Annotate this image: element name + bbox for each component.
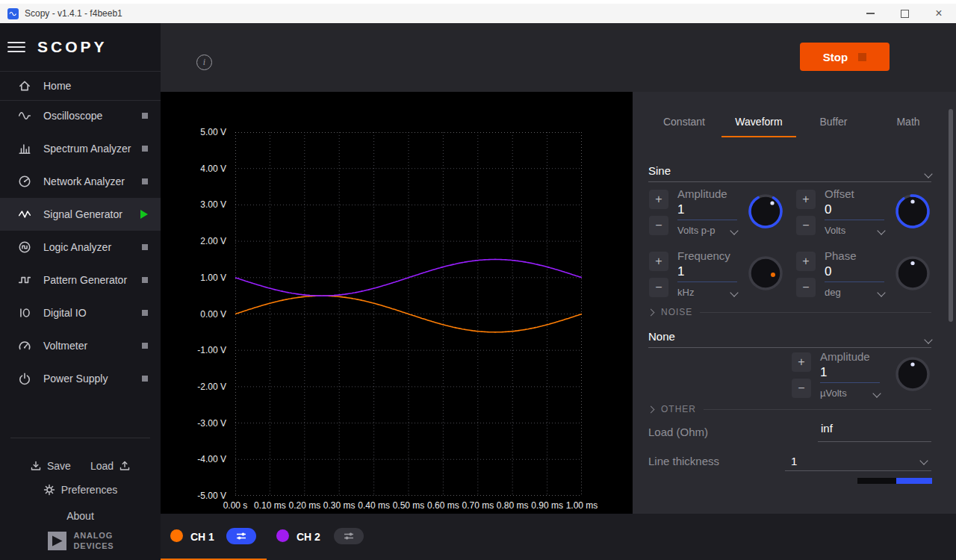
sidebar-item-power-supply[interactable]: Power Supply	[0, 362, 161, 395]
sidebar-item-oscilloscope[interactable]: Oscilloscope	[0, 99, 161, 132]
offset-unit-select[interactable]: Volts	[825, 225, 884, 236]
window-title: Scopy - v1.4.1 - f4beeb1	[25, 8, 122, 19]
offset-value[interactable]: 0	[825, 202, 884, 220]
amplitude-knob[interactable]	[746, 192, 785, 231]
ch1-settings-toggle[interactable]	[226, 528, 256, 544]
stopped-indicator	[142, 178, 148, 184]
sidebar-item-label: Network Analyzer	[43, 175, 125, 187]
line-thickness-select[interactable]: 1	[785, 451, 931, 471]
preferences-button[interactable]: Preferences	[0, 480, 161, 500]
phase-decrement-button[interactable]: −	[796, 278, 816, 297]
save-icon	[30, 460, 42, 472]
sidebar-item-label: Digital IO	[43, 307, 87, 319]
other-section-header[interactable]: OTHER	[648, 404, 931, 414]
titlebar[interactable]: Scopy - v1.4.1 - f4beeb1 ×	[0, 4, 956, 24]
sidebar-item-voltmeter[interactable]: Voltmeter	[0, 329, 161, 362]
waveform-type-value: Sine	[648, 164, 671, 177]
analog-devices-brand: ANALOG DEVICES	[0, 531, 161, 552]
tab-math[interactable]: Math	[871, 109, 946, 137]
chevron-right-icon	[648, 405, 655, 413]
offset-knob[interactable]	[893, 192, 932, 231]
ch2-color-dot[interactable]	[276, 529, 289, 542]
sidebar-item-logic-analyzer[interactable]: Logic Analyzer	[0, 231, 161, 264]
tab-constant[interactable]: Constant	[647, 109, 721, 137]
phase-value[interactable]: 0	[825, 264, 884, 282]
frequency-knob[interactable]	[746, 254, 785, 293]
noise-amplitude-increment-button[interactable]: +	[792, 352, 811, 372]
load-ohm-label: Load (Ohm)	[648, 426, 708, 438]
sidebar-item-spectrum-analyzer[interactable]: Spectrum Analyzer	[0, 132, 161, 165]
tab-buffer[interactable]: Buffer	[796, 109, 871, 137]
sidebar-divider	[10, 438, 150, 438]
frequency-unit-select[interactable]: kHz	[677, 287, 737, 298]
maximize-button[interactable]	[887, 4, 922, 23]
amplitude-value[interactable]: 1	[677, 202, 737, 220]
ch1-label[interactable]: CH 1	[190, 531, 214, 543]
stop-square-icon	[858, 53, 866, 61]
running-indicator	[140, 210, 148, 219]
noise-section-header[interactable]: NOISE	[648, 307, 931, 317]
panel-scrollbar[interactable]	[949, 109, 953, 322]
ch2-label[interactable]: CH 2	[297, 531, 320, 543]
about-link[interactable]: About	[0, 507, 161, 525]
sidebar-item-label: Oscilloscope	[43, 110, 102, 122]
waveform-type-select[interactable]: Sine	[648, 155, 931, 182]
close-button[interactable]: ×	[922, 4, 956, 23]
load-ohm-input[interactable]: inf	[818, 422, 931, 442]
info-button[interactable]: i	[196, 55, 212, 70]
noise-amplitude-knob[interactable]	[893, 355, 932, 393]
stopped-indicator	[142, 343, 148, 349]
menu-icon[interactable]	[7, 40, 25, 55]
amplitude-increment-button[interactable]: +	[649, 190, 668, 209]
maximize-icon	[901, 10, 909, 18]
stop-label: Stop	[823, 51, 848, 63]
run-stop-button[interactable]: Stop	[800, 43, 890, 71]
sidebar-item-signal-generator[interactable]: Signal Generator	[0, 198, 161, 231]
noise-amplitude-value[interactable]: 1	[820, 365, 880, 383]
sidebar-item-label: Spectrum Analyzer	[43, 143, 131, 155]
sidebar-item-pattern-generator[interactable]: Pattern Generator	[0, 264, 161, 296]
scopy-window: Scopy - v1.4.1 - f4beeb1 × SCOPY Home Os…	[0, 0, 956, 560]
signal-plot[interactable]: 5.00 V4.00 V3.00 V2.00 V1.00 V0.00 V-1.0…	[161, 92, 633, 514]
sidebar-item-digital-io[interactable]: Digital IO	[0, 296, 161, 329]
chevron-down-icon	[924, 335, 932, 343]
minimize-icon	[866, 13, 875, 14]
plot-curves	[235, 259, 582, 332]
load-label: Load	[90, 460, 114, 472]
amplitude-decrement-button[interactable]: −	[649, 216, 668, 235]
save-label: Save	[47, 460, 71, 472]
chevron-down-icon	[730, 288, 738, 296]
offset-increment-button[interactable]: +	[796, 190, 816, 209]
digital-io-icon	[18, 306, 31, 320]
sidebar-item-network-analyzer[interactable]: Network Analyzer	[0, 165, 161, 198]
noise-amplitude-decrement-button[interactable]: −	[792, 379, 811, 398]
sidebar-item-home[interactable]: Home	[0, 71, 161, 101]
frequency-decrement-button[interactable]: −	[649, 278, 668, 297]
phase-knob[interactable]	[893, 254, 932, 293]
offset-decrement-button[interactable]: −	[796, 216, 816, 235]
phase-increment-button[interactable]: +	[796, 252, 816, 271]
sliders-icon	[235, 531, 248, 541]
frequency-increment-button[interactable]: +	[649, 252, 668, 271]
chevron-down-icon	[924, 169, 932, 178]
sliders-icon	[342, 531, 356, 541]
phase-unit-select[interactable]: deg	[825, 287, 884, 298]
frequency-value[interactable]: 1	[677, 264, 737, 282]
stopped-indicator	[142, 310, 148, 316]
chevron-down-icon	[877, 288, 885, 296]
save-load-row: Save Load	[0, 455, 161, 477]
amplitude-control: + − Amplitude 1 Volts p-p	[649, 187, 789, 250]
tab-waveform[interactable]: Waveform	[721, 109, 796, 137]
brand-line1: ANALOG	[74, 531, 114, 541]
line-thickness-slider[interactable]	[857, 478, 932, 484]
ch1-color-dot[interactable]	[170, 529, 183, 542]
logic-analyzer-icon	[18, 240, 31, 254]
noise-type-select[interactable]: None	[648, 320, 931, 348]
ch2-settings-toggle[interactable]	[334, 528, 364, 544]
save-button[interactable]: Save	[30, 460, 71, 472]
amplitude-unit-select[interactable]: Volts p-p	[677, 225, 737, 236]
load-button[interactable]: Load	[90, 460, 131, 472]
noise-amplitude-unit-select[interactable]: µVolts	[820, 388, 880, 399]
minimize-button[interactable]	[853, 4, 887, 23]
main-area: i Stop 5.00 V4.00 V3.00 V2.00 V1.00 V0.0…	[161, 23, 956, 560]
